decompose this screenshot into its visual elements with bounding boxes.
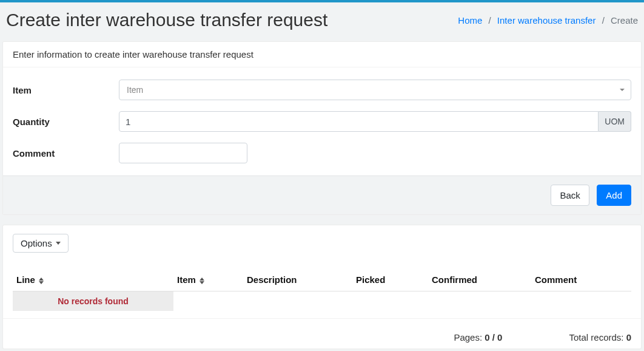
item-select-placeholder: Item [127,85,143,95]
results-table: Line Item Description [13,268,631,311]
form-card: Enter information to create inter wareho… [2,41,642,215]
form-card-footer: Back Add [3,176,641,214]
col-picked-header[interactable]: Picked [352,268,428,291]
col-description-label: Description [247,274,297,285]
form-row-comment: Comment [13,143,631,163]
total-records-indicator: Total records: 0 [569,332,631,342]
col-confirmed-label: Confirmed [432,274,477,285]
sort-icon [39,278,44,284]
item-select[interactable]: Item [119,80,631,100]
col-comment-label: Comment [535,274,577,285]
breadcrumb-current: Create [611,15,638,26]
col-item-header[interactable]: Item [173,268,243,291]
col-line-header[interactable]: Line [13,268,173,291]
chevron-down-icon [620,89,625,91]
grid-card-body: Options Line [3,225,641,318]
pages-label: Pages: [454,332,485,342]
grid-card: Options Line [2,225,642,349]
col-description-header[interactable]: Description [243,268,352,291]
breadcrumb-separator: / [485,15,495,26]
pages-indicator: Pages: 0 / 0 [454,332,502,342]
quantity-input[interactable] [119,111,599,132]
chevron-down-icon [56,242,61,245]
no-records-message: No records found [13,291,173,311]
quantity-label: Quantity [13,117,119,127]
grid-footer: Pages: 0 / 0 Total records: 0 [3,318,641,349]
comment-label: Comment [13,148,119,158]
page-header: Create inter warehouse transfer request … [0,2,644,41]
options-label: Options [21,238,52,248]
sort-icon [200,278,204,284]
breadcrumb-home[interactable]: Home [458,15,482,26]
page-title: Create inter warehouse transfer request [6,10,327,30]
breadcrumb-separator: / [599,15,608,26]
col-comment-header[interactable]: Comment [531,268,631,291]
total-records-value: 0 [626,332,631,342]
back-button[interactable]: Back [551,185,589,206]
form-row-item: Item Item [13,80,631,100]
item-label: Item [13,85,119,95]
breadcrumb-inter-warehouse[interactable]: Inter warehouse transfer [497,15,596,26]
breadcrumb: Home / Inter warehouse transfer / Create [458,15,638,26]
total-records-label: Total records: [569,332,626,342]
quantity-uom-addon: UOM [599,111,631,132]
pages-value: 0 / 0 [485,332,502,342]
form-row-quantity: Quantity UOM [13,111,631,132]
form-card-body: Item Item Quantity UOM Comment [3,67,641,176]
col-confirmed-header[interactable]: Confirmed [428,268,531,291]
form-card-header: Enter information to create inter wareho… [3,42,641,67]
col-picked-label: Picked [356,274,385,285]
col-line-label: Line [16,274,35,285]
add-button[interactable]: Add [597,185,631,206]
table-row-empty: No records found [13,291,631,312]
options-dropdown[interactable]: Options [13,234,69,253]
col-item-label: Item [177,274,196,285]
comment-input[interactable] [119,143,247,163]
